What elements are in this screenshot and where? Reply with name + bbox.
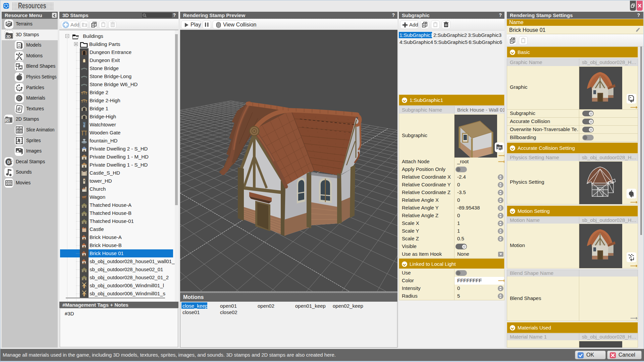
svg-text:2D: 2D <box>6 119 10 123</box>
svg-text:3D: 3D <box>497 146 501 150</box>
svg-text:D: D <box>7 160 10 165</box>
svg-text:3D: 3D <box>6 35 11 39</box>
